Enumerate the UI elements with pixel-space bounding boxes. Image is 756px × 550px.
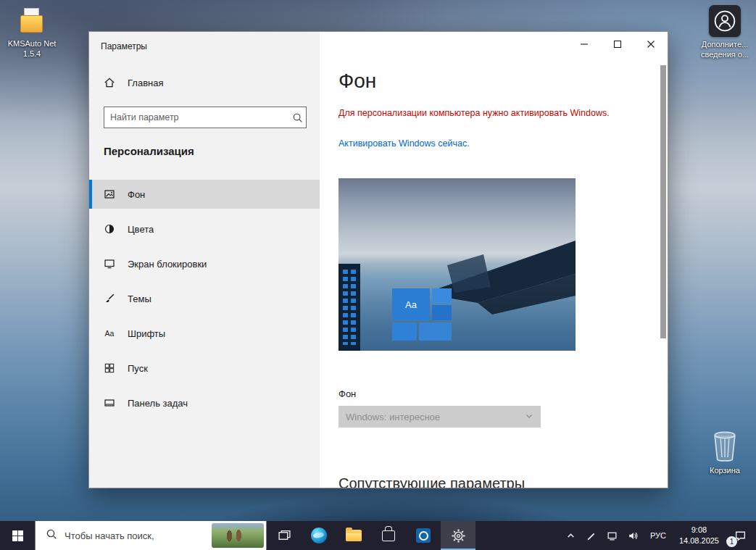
start-menu-icon (104, 362, 115, 374)
sidebar-item-background[interactable]: Фон (89, 180, 320, 209)
background-preview: Aa (338, 178, 576, 351)
sidebar-nav: Фон Цвета Экран блокировки (89, 180, 320, 423)
sidebar-item-home[interactable]: Главная (104, 77, 163, 88)
sidebar-item-themes[interactable]: Темы (89, 284, 320, 313)
settings-search-box (104, 107, 307, 128)
nav-item-label: Экран блокировки (128, 259, 207, 270)
home-label: Главная (128, 78, 163, 88)
show-hidden-icons-button[interactable] (561, 521, 581, 550)
desktop: KMSAuto Net 1.5.4 Дополните... сведения … (0, 0, 756, 550)
preview-start-tiles: Aa (392, 271, 459, 343)
background-icon (104, 188, 115, 200)
network-icon (607, 530, 618, 541)
desktop-icon-recycle-bin[interactable]: Корзина (697, 430, 752, 476)
pen-icon (586, 530, 597, 541)
network-button[interactable] (602, 521, 623, 550)
taskbar-search-placeholder: Чтобы начать поиск, (65, 530, 154, 541)
home-icon (104, 77, 115, 88)
minimize-button[interactable] (568, 32, 601, 57)
preview-start-rail (338, 264, 360, 351)
settings-content: Фон Для персонализации компьютера нужно … (320, 32, 668, 488)
task-view-button[interactable] (267, 521, 302, 550)
desktop-icon-label: Корзина (697, 466, 752, 476)
sidebar-item-start[interactable]: Пуск (89, 354, 320, 383)
start-tile-aa: Aa (392, 288, 430, 320)
close-icon (647, 40, 655, 49)
nav-item-label: Цвета (128, 224, 154, 235)
system-tray: РУС 9:08 14.08.2025 1 (561, 521, 756, 550)
background-dropdown-label: Фон (338, 388, 356, 399)
recycle-bin-icon (710, 430, 739, 463)
themes-icon (104, 293, 115, 304)
volume-icon (628, 530, 639, 541)
person-icon (713, 9, 736, 33)
sidebar-item-fonts[interactable]: Aa Шрифты (89, 319, 320, 348)
dropdown-value: Windows: интересное (346, 412, 440, 422)
maximize-button[interactable] (601, 32, 634, 57)
windows-ink-button[interactable] (581, 521, 602, 550)
start-button[interactable] (0, 521, 35, 550)
lockscreen-icon (104, 258, 115, 270)
start-tile (419, 322, 452, 341)
nav-item-label: Фон (128, 189, 145, 200)
outlook-icon (416, 528, 431, 543)
language-indicator[interactable]: РУС (644, 521, 673, 550)
taskbar-clock[interactable]: 9:08 14.08.2025 (673, 521, 726, 550)
settings-button[interactable] (441, 521, 475, 550)
outlook-button[interactable] (406, 521, 441, 550)
nav-item-label: Панель задач (128, 398, 188, 409)
taskbar-panel-icon (104, 397, 115, 409)
close-button[interactable] (634, 32, 668, 57)
edge-button[interactable] (302, 521, 336, 550)
task-view-icon (278, 529, 291, 543)
settings-sidebar: Параметры Главная Персонализация (89, 32, 320, 488)
clock-date: 14.08.2025 (679, 536, 719, 546)
window-title: Параметры (101, 41, 147, 51)
activate-windows-link[interactable]: Активировать Windows сейчас. (338, 138, 470, 149)
windows-logo-icon (12, 530, 24, 542)
fonts-icon: Aa (104, 328, 115, 339)
related-settings-heading: Сопутствующие параметры (338, 475, 525, 488)
window-controls (568, 32, 668, 57)
sidebar-section-title: Персонализация (104, 145, 194, 157)
vertical-scrollbar[interactable] (660, 65, 666, 338)
action-center-button[interactable]: 1 (726, 521, 755, 550)
store-button[interactable] (371, 521, 406, 550)
activation-warning: Для персонализации компьютера нужно акти… (338, 108, 610, 118)
maximize-icon (613, 40, 622, 49)
chevron-down-icon (525, 412, 533, 422)
volume-button[interactable] (623, 521, 644, 550)
sidebar-item-taskbar[interactable]: Панель задач (89, 388, 320, 417)
settings-search-input[interactable] (104, 107, 288, 128)
start-tile (392, 322, 417, 341)
colors-icon (104, 223, 115, 235)
desktop-icon-label: KMSAuto Net 1.5.4 (4, 39, 59, 59)
background-dropdown[interactable]: Windows: интересное (338, 406, 541, 428)
desktop-icon-label: Дополните... сведения о... (697, 40, 752, 60)
search-icon (46, 528, 57, 543)
settings-window: Параметры Главная Персонализация (88, 31, 668, 488)
taskbar-search[interactable]: Чтобы начать поиск, (35, 521, 267, 550)
store-bag-icon (382, 530, 395, 541)
nav-item-label: Темы (128, 293, 151, 304)
nav-item-label: Шрифты (128, 328, 165, 339)
start-tile (432, 288, 452, 304)
start-tile (432, 305, 452, 320)
selected-accent-bar (89, 180, 92, 209)
taskbar: Чтобы начать поиск, (0, 521, 756, 550)
search-icon[interactable] (288, 112, 306, 123)
page-title: Фон (338, 70, 376, 93)
sidebar-item-lockscreen[interactable]: Экран блокировки (89, 249, 320, 278)
settings-gear-icon (451, 528, 466, 543)
sidebar-item-colors[interactable]: Цвета (89, 214, 320, 243)
search-highlight-image[interactable] (212, 523, 264, 548)
desktop-icon-kmsauto[interactable]: KMSAuto Net 1.5.4 (4, 7, 59, 59)
folder-icon (20, 15, 43, 33)
chevron-up-icon (566, 531, 576, 541)
nav-item-label: Пуск (128, 363, 148, 374)
folder-icon (346, 530, 362, 541)
minimize-icon (580, 40, 589, 49)
file-explorer-button[interactable] (336, 521, 371, 550)
clock-time: 9:08 (691, 525, 707, 536)
desktop-icon-user-info[interactable]: Дополните... сведения о... (697, 5, 752, 60)
